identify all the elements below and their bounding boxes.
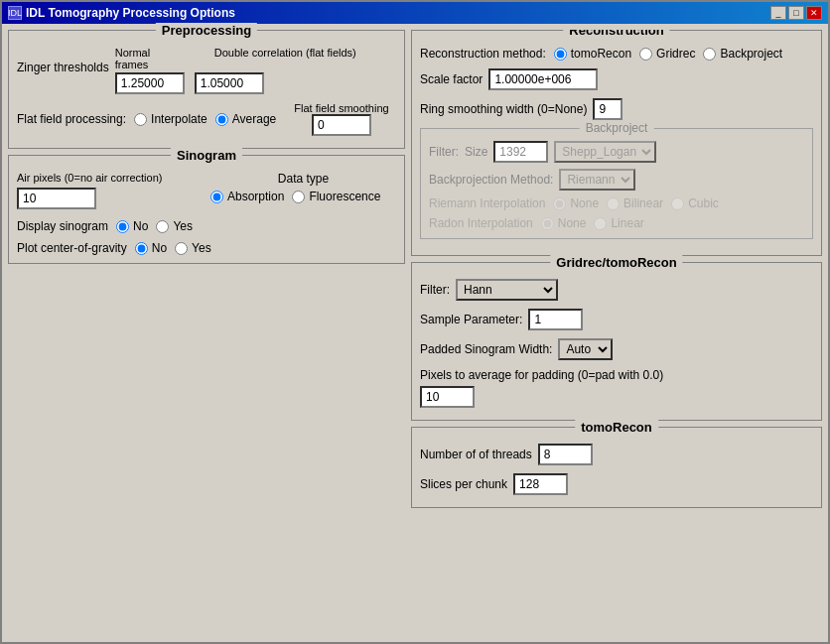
- scale-factor-input[interactable]: [488, 68, 598, 90]
- gridrec-group: Gridrec/tomoRecon Filter: Hann Ram_Lak S…: [411, 262, 822, 421]
- app-icon: IDL: [8, 6, 22, 20]
- flat-smoothing-input[interactable]: [312, 114, 371, 136]
- tomoreco-label: tomoRecon: [571, 47, 631, 61]
- title-bar: IDL IDL Tomography Processing Options _ …: [2, 2, 828, 24]
- backproject-box-title: Backproject: [580, 121, 654, 135]
- average-radio[interactable]: [215, 113, 228, 126]
- plot-yes-label: Yes: [192, 241, 211, 255]
- radon-none-radio[interactable]: [541, 217, 554, 230]
- pixels-avg-input[interactable]: [420, 386, 475, 408]
- double-corr-input[interactable]: [195, 72, 264, 94]
- gridrec-radio[interactable]: [639, 48, 652, 61]
- sample-param-input[interactable]: [528, 309, 583, 330]
- pixels-avg-label: Pixels to average for padding (0=pad wit…: [420, 368, 813, 382]
- average-radio-group: Average: [215, 112, 276, 126]
- sinogram-title: Sinogram: [171, 148, 242, 163]
- plot-cog-yes-radio[interactable]: [175, 242, 188, 255]
- tomorecon-title: tomoRecon: [575, 420, 658, 435]
- reconstruction-title: Reconstruction: [563, 30, 669, 38]
- normal-frames-input[interactable]: [115, 72, 185, 94]
- normal-frames-label: Normal frames: [115, 47, 185, 70]
- linear-label: Linear: [611, 216, 643, 230]
- riemann-interp-label: Riemann Interpolation: [429, 196, 545, 210]
- padded-select[interactable]: Auto 64 128 256 512 1024: [558, 338, 613, 360]
- display-yes-label: Yes: [173, 219, 193, 233]
- fluorescence-radio[interactable]: [292, 191, 305, 203]
- backproj-method-label: Backprojection Method:: [429, 173, 553, 187]
- gridrec-filter-select[interactable]: Hann Ram_Lak Shepp_Logan None: [456, 279, 558, 301]
- riemann-bilinear-radio[interactable]: [607, 197, 620, 210]
- interpolate-label: Interpolate: [151, 112, 208, 126]
- display-sinogram-no-radio[interactable]: [116, 220, 129, 233]
- ring-smooth-input[interactable]: [593, 98, 622, 120]
- scale-factor-label: Scale factor: [420, 72, 483, 86]
- flat-smoothing-label: Flat field smoothing: [294, 102, 388, 114]
- window-title: IDL Tomography Processing Options: [26, 6, 235, 20]
- threads-label: Number of of threads: [420, 448, 532, 461]
- interpolate-radio[interactable]: [134, 113, 147, 126]
- absorption-label: Absorption: [227, 190, 284, 203]
- radon-linear-radio[interactable]: [594, 217, 607, 230]
- preprocessing-title: Preprocessing: [156, 23, 257, 38]
- minimize-button[interactable]: _: [770, 6, 786, 20]
- threads-input[interactable]: [538, 444, 593, 465]
- filter-select[interactable]: Shepp_Logan Ram_Lak Hann Hamming: [554, 141, 656, 163]
- radon-none-label: None: [558, 216, 587, 230]
- radon-interp-label: Radon Interpolation: [429, 216, 533, 230]
- flat-field-label: Flat field processing:: [17, 112, 126, 126]
- slices-input[interactable]: [513, 473, 568, 495]
- riemann-cubic-radio[interactable]: [671, 197, 684, 210]
- reconstruction-group: Reconstruction Reconstruction method: to…: [411, 30, 822, 256]
- right-panel: Reconstruction Reconstruction method: to…: [411, 30, 822, 636]
- display-sinogram-yes-radio[interactable]: [156, 220, 169, 233]
- filter-size-input[interactable]: [493, 141, 548, 163]
- backproject-radio[interactable]: [703, 48, 716, 61]
- maximize-button[interactable]: □: [788, 6, 804, 20]
- double-corr-label: Double correlation (flat fields): [214, 47, 356, 70]
- air-pixels-label: Air pixels (0=no air correction): [17, 172, 203, 184]
- backproject-label: Backproject: [720, 47, 782, 61]
- backproj-method-select[interactable]: Riemann Nearest Linear: [559, 169, 635, 191]
- plot-cog-label: Plot center-of-gravity: [17, 241, 127, 255]
- plot-no-label: No: [152, 241, 167, 255]
- gridrec-title: Gridrec/tomoRecon: [550, 255, 682, 270]
- slices-label: Slices per chunk: [420, 477, 507, 491]
- plot-cog-no-radio[interactable]: [135, 242, 148, 255]
- left-panel: Preprocessing Zinger thresholds Normal f…: [8, 30, 405, 636]
- sinogram-group: Sinogram Air pixels (0=no air correction…: [8, 155, 405, 264]
- close-button[interactable]: ✕: [806, 6, 822, 20]
- gridrec-filter-label: Filter:: [420, 283, 450, 297]
- ring-smooth-label: Ring smoothing width (0=None): [420, 102, 587, 116]
- recon-method-label: Reconstruction method:: [420, 47, 546, 61]
- preprocessing-group: Preprocessing Zinger thresholds Normal f…: [8, 30, 405, 149]
- display-no-label: No: [133, 219, 148, 233]
- riemann-none-radio[interactable]: [553, 197, 566, 210]
- zinger-label: Zinger thresholds: [17, 61, 109, 74]
- interpolate-radio-group: Interpolate: [134, 112, 208, 126]
- tomoreco-radio[interactable]: [554, 48, 567, 61]
- main-window: IDL IDL Tomography Processing Options _ …: [0, 0, 830, 644]
- absorption-radio[interactable]: [210, 191, 223, 203]
- average-label: Average: [232, 112, 276, 126]
- filter-label: Filter:: [429, 145, 459, 159]
- sample-param-label: Sample Parameter:: [420, 313, 522, 326]
- data-type-label: Data type: [210, 172, 396, 186]
- backproject-box: Backproject Filter: Size Shepp_Logan Ram…: [420, 128, 813, 239]
- fluorescence-label: Fluorescence: [309, 190, 380, 203]
- air-pixels-input[interactable]: [17, 188, 96, 209]
- size-label: Size: [465, 145, 487, 159]
- none-label: None: [570, 196, 599, 210]
- tomorecon-group: tomoRecon Number of of threads Slices pe…: [411, 427, 822, 508]
- display-sinogram-label: Display sinogram: [17, 219, 108, 233]
- cubic-label: Cubic: [688, 196, 719, 210]
- padded-label: Padded Sinogram Width:: [420, 342, 552, 356]
- gridrec-label: Gridrec: [656, 47, 695, 61]
- main-content: Preprocessing Zinger thresholds Normal f…: [2, 24, 828, 642]
- bilinear-label: Bilinear: [623, 196, 663, 210]
